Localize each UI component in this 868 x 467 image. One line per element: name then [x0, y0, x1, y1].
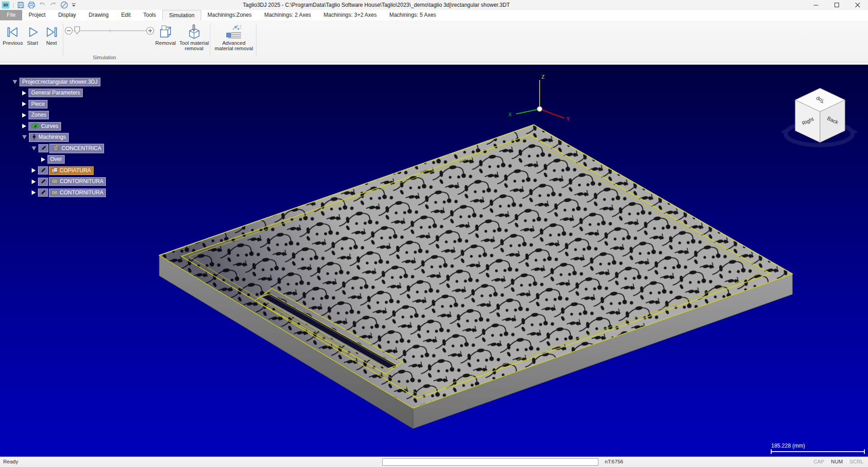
tab-tools[interactable]: Tools — [137, 10, 162, 20]
tree-item: CONTORNITURA — [13, 187, 106, 198]
tree-item: Project:rectangular shower.3DJ — [13, 76, 106, 88]
tab-project[interactable]: Project — [22, 10, 52, 20]
tab-file[interactable]: File — [0, 10, 22, 20]
expand-arrow-icon[interactable] — [41, 157, 45, 162]
status-message: Ready — [3, 459, 18, 464]
tree-label[interactable]: CONCENTRICA — [49, 144, 104, 153]
toggle-cap: CAP — [813, 459, 824, 464]
tree-item: Machinings — [13, 132, 106, 143]
tree-item: CONTORNITURA — [13, 176, 106, 188]
expand-arrow-icon[interactable] — [32, 179, 36, 184]
expand-arrow-icon[interactable] — [22, 113, 26, 118]
tool-material-removal-icon — [186, 24, 202, 40]
contour-icon — [52, 179, 58, 184]
plumb-icon — [32, 134, 37, 141]
expand-arrow-icon[interactable] — [22, 102, 26, 106]
next-icon — [44, 24, 59, 40]
tree-label-text: COPIATURA — [60, 167, 91, 174]
toggle-num: NUM — [831, 459, 843, 464]
tree-item: General Parameters — [13, 88, 106, 99]
next-button[interactable]: Next — [43, 24, 61, 46]
window-controls — [806, 0, 868, 10]
minimize-button[interactable] — [806, 0, 826, 10]
pencil-icon[interactable] — [38, 178, 48, 186]
ribbon-group-label: Simulation — [0, 55, 209, 60]
pencil-icon[interactable] — [38, 189, 48, 197]
tree-label[interactable]: Over — [47, 155, 65, 164]
tab-machinings-2-axes[interactable]: Machinings: 2 Axes — [258, 10, 317, 20]
tree-label-text: CONTORNITURA — [60, 189, 103, 196]
window-title: Taglio3DJ 2025 - C:\ProgramData\Taglio S… — [0, 0, 753, 10]
progress-bar — [382, 458, 598, 466]
status-bar: Ready nT:6756 CAPNUMSCRL — [0, 457, 868, 467]
tree-label-text: Over — [50, 156, 62, 162]
tab-simulation[interactable]: Simulation — [162, 10, 201, 20]
tree-label[interactable]: Curves — [28, 122, 61, 131]
3d-scene: Z X Y Right Back Top — [0, 65, 868, 457]
tab-drawing[interactable]: Drawing — [82, 10, 115, 20]
tree-label-text: General Parameters — [31, 90, 80, 96]
layers-icon — [52, 145, 60, 152]
tab-machinings-5-axes[interactable]: Machinings: 5 Axes — [383, 10, 442, 20]
tree-label-text: Zones — [31, 112, 46, 118]
tree-label[interactable]: Project:rectangular shower.3DJ — [19, 78, 100, 86]
3d-viewport[interactable]: Z X Y Right Back Top Project:rectangular… — [0, 65, 868, 457]
tree-label[interactable]: Piece — [28, 100, 47, 108]
view-cube[interactable]: Right Back Top — [781, 88, 858, 145]
collapse-arrow-icon[interactable] — [32, 146, 36, 151]
simulation-speed-slider[interactable] — [64, 24, 156, 39]
close-button[interactable] — [847, 0, 868, 10]
tree-label[interactable]: COPIATURA — [49, 166, 94, 175]
axis-x-label: X — [508, 112, 512, 117]
tree-label[interactable]: Machinings — [29, 133, 69, 142]
expand-arrow-icon[interactable] — [22, 91, 26, 95]
tree-label[interactable]: Zones — [28, 111, 49, 119]
expand-arrow-icon[interactable] — [22, 124, 26, 128]
pencil-icon[interactable] — [38, 166, 48, 175]
shower-tray-model[interactable] — [159, 125, 792, 429]
pencil-icon[interactable] — [38, 144, 48, 152]
tab-machinings-3-2-axes[interactable]: Machinings: 3+2 Axes — [318, 10, 383, 20]
tree-item: COPIATURA — [13, 165, 106, 176]
tab-display[interactable]: Display — [52, 10, 82, 20]
tool-material-removal-button[interactable]: Tool material removal — [179, 24, 209, 51]
copy-icon — [52, 167, 58, 173]
previous-button[interactable]: Previous — [3, 24, 23, 46]
tree-item: Curves — [13, 121, 106, 132]
tree-label-text: Curves — [41, 123, 58, 129]
ribbon-separator — [210, 24, 210, 57]
tree-label-text: Machinings — [38, 134, 66, 140]
tab-machinings-zones[interactable]: Machinings:Zones — [201, 10, 258, 20]
expand-arrow-icon[interactable] — [32, 190, 36, 195]
tree-label[interactable]: CONTORNITURA — [49, 189, 106, 197]
expand-arrow-icon[interactable] — [32, 168, 36, 173]
title-bar: 3D | Taglio3DJ 2025 - C:\ProgramData\Tag… — [0, 0, 868, 10]
tree-item: CONCENTRICA — [13, 143, 106, 154]
collapse-arrow-icon[interactable] — [13, 80, 17, 84]
contour-icon — [52, 190, 58, 195]
ribbon-separator — [256, 24, 256, 57]
removal-icon — [158, 24, 173, 40]
slider-handle[interactable] — [75, 27, 80, 34]
tree-label-text: CONCENTRICA — [62, 145, 101, 151]
ribbon-separator — [63, 24, 63, 57]
removal-button[interactable]: Removal — [153, 24, 178, 46]
toggle-scrl: SCRL — [849, 459, 863, 464]
advanced-material-removal-button[interactable]: Advanced material removal — [213, 24, 255, 51]
advanced-material-removal-icon — [225, 24, 243, 40]
tree-item: Over — [13, 154, 106, 165]
tree-label-text: CONTORNITURA — [60, 178, 103, 184]
lock-indicators: CAPNUMSCRL — [813, 459, 863, 464]
maximize-button[interactable] — [826, 0, 847, 10]
axis-triad: Z X Y — [508, 74, 570, 122]
tree-label[interactable]: General Parameters — [28, 89, 83, 97]
project-tree: Project:rectangular shower.3DJGeneral Pa… — [13, 76, 106, 198]
tab-edit[interactable]: Edit — [115, 10, 137, 20]
triangle-counter: nT:6756 — [605, 459, 623, 464]
start-icon — [25, 24, 40, 40]
eye-icon — [31, 123, 39, 128]
tree-label[interactable]: CONTORNITURA — [49, 177, 106, 186]
tree-label-text: Piece — [31, 101, 45, 107]
start-button[interactable]: Start — [24, 24, 41, 46]
collapse-arrow-icon[interactable] — [22, 135, 27, 139]
